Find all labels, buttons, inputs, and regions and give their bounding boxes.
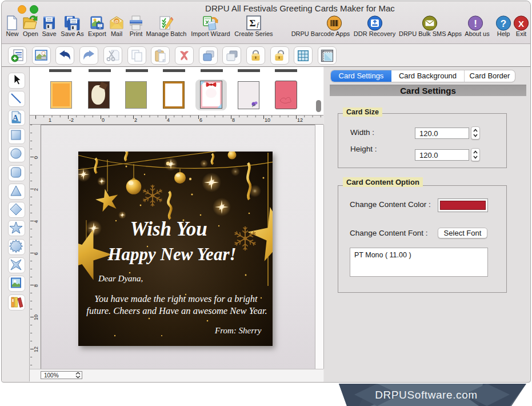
svg-text:6: 6: [33, 252, 39, 255]
svg-text:Σ: Σ: [249, 18, 255, 29]
svg-text:?: ?: [501, 18, 506, 29]
svg-text:8: 8: [33, 284, 39, 287]
svg-text:2: 2: [33, 188, 39, 191]
svg-text:4: 4: [33, 220, 39, 223]
svg-text:X: X: [518, 19, 524, 29]
svg-text:0: 0: [102, 117, 105, 123]
svg-text:10: 10: [33, 315, 39, 320]
svg-text:-2: -2: [69, 117, 74, 123]
svg-text:2: 2: [134, 117, 137, 123]
svg-text:4: 4: [167, 117, 170, 123]
svg-text:@: @: [114, 19, 119, 24]
svg-text:0: 0: [33, 156, 39, 159]
svg-text:6: 6: [199, 117, 202, 123]
svg-text:DRPUSoftware.com: DRPUSoftware.com: [375, 389, 478, 401]
svg-text:!: !: [474, 18, 477, 29]
svg-text:12: 12: [297, 117, 303, 123]
svg-text:12: 12: [33, 347, 39, 352]
svg-text:1: 1: [49, 117, 51, 123]
svg-text:8: 8: [232, 117, 235, 123]
svg-text:10: 10: [265, 117, 270, 123]
